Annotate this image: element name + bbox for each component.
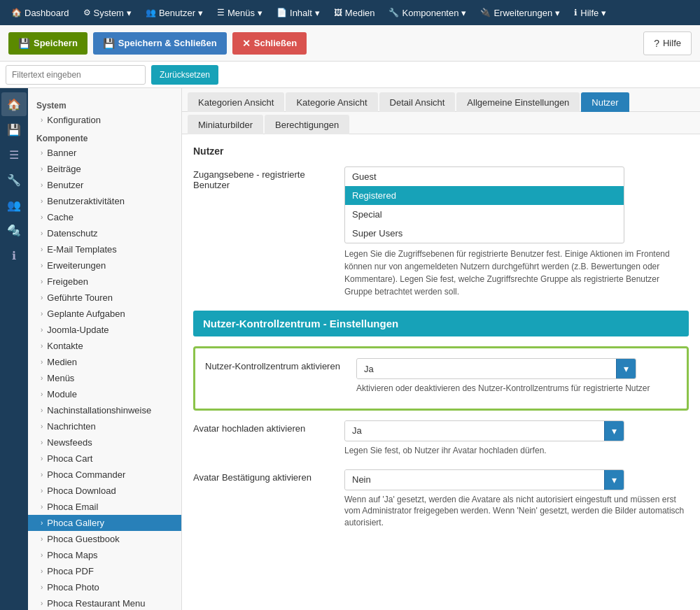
activate-form-row: Nutzer-Kontrollzentrum aktivieren Ja ▾ A… xyxy=(205,358,677,395)
sidebar-item-nachinstallationshinweise[interactable]: › Nachinstallationshinweise xyxy=(28,402,181,418)
nav-hilfe[interactable]: ℹ Hilfe ▾ xyxy=(568,5,612,21)
sidebar-item-phoca-pdf[interactable]: › Phoca PDF xyxy=(28,563,181,579)
sidebar-icon-info[interactable]: ℹ xyxy=(1,243,27,267)
sidebar-item-konfiguration[interactable]: › Konfiguration xyxy=(28,112,181,128)
sidebar-item-newsfeeds[interactable]: › Newsfeeds xyxy=(28,434,181,451)
sidebar-item-phoca-cart[interactable]: › Phoca Cart xyxy=(28,451,181,467)
access-option-super-users[interactable]: Super Users xyxy=(345,224,624,243)
help-icon: ? xyxy=(654,38,659,49)
sidebar-item-gefuehrte-touren[interactable]: › Geführte Touren xyxy=(28,290,181,306)
activate-dropdown[interactable]: Ja ▾ xyxy=(356,358,636,379)
sidebar-icon-wrench[interactable]: 🔩 xyxy=(1,218,27,242)
sidebar-item-phoca-maps[interactable]: › Phoca Maps xyxy=(28,547,181,563)
tab-miniaturbilder[interactable]: Miniaturbilder xyxy=(188,115,263,134)
sidebar-item-menus[interactable]: › Menüs xyxy=(28,370,181,386)
sidebar-item-benutzeraktivitaeten[interactable]: › Benutzeraktivitäten xyxy=(28,193,181,209)
sidebar-item-phoca-guestbook[interactable]: › Phoca Guestbook xyxy=(28,531,181,547)
chevron-icon: › xyxy=(41,551,43,559)
sidebar-item-phoca-photo[interactable]: › Phoca Photo xyxy=(28,579,181,595)
nav-medien[interactable]: 🖼 Medien xyxy=(328,5,381,21)
sidebar-item-phoca-download[interactable]: › Phoca Download xyxy=(28,483,181,499)
nav-komponenten[interactable]: 🔧 Komponenten ▾ xyxy=(383,5,472,21)
sidebar-icon-users[interactable]: 👥 xyxy=(1,193,27,217)
sidebar-item-module[interactable]: › Module xyxy=(28,386,181,402)
sidebar-icon-puzzle[interactable]: 🔧 xyxy=(1,168,27,192)
avatar-confirm-value: Nein xyxy=(345,470,604,489)
sidebar-item-email-templates[interactable]: › E-Mail Templates xyxy=(28,241,181,257)
nav-system[interactable]: ⚙ System ▾ xyxy=(78,5,137,21)
sidebar-item-joomla-update[interactable]: › Joomla-Update xyxy=(28,322,181,338)
sidebar-item-datenschutz[interactable]: › Datenschutz xyxy=(28,225,181,241)
sidebar-item-benutzer[interactable]: › Benutzer xyxy=(28,177,181,193)
sidebar-item-phoca-email[interactable]: › Phoca Email xyxy=(28,499,181,515)
sidebar-item-medien[interactable]: › Medien xyxy=(28,354,181,370)
avatar-confirm-control: Nein ▾ Wenn auf 'Ja' gesetzt, werden die… xyxy=(344,469,689,529)
tab-detail-ansicht[interactable]: Detail Ansicht xyxy=(379,92,456,112)
sidebar-item-phoca-commander[interactable]: › Phoca Commander xyxy=(28,467,181,483)
menus-icon: ☰ xyxy=(217,8,225,17)
activate-highlighted-box: Nutzer-Kontrollzentrum aktivieren Ja ▾ A… xyxy=(193,346,689,411)
nav-erweiterungen[interactable]: 🔌 Erweiterungen ▾ xyxy=(475,5,566,21)
nav-inhalt[interactable]: 📄 Inhalt ▾ xyxy=(271,5,326,21)
tab-berechtigungen[interactable]: Berechtigungen xyxy=(265,115,349,134)
sidebar-item-beitraege[interactable]: › Beiträge xyxy=(28,161,181,177)
avatar-confirm-dropdown-btn[interactable]: ▾ xyxy=(604,470,624,490)
sidebar-icon-home[interactable]: 🏠 xyxy=(1,92,27,116)
filter-input[interactable] xyxy=(6,65,146,85)
access-option-registered[interactable]: Registered xyxy=(345,186,624,205)
main-layout: 🏠 💾 ☰ 🔧 👥 🔩 ℹ System › Konfiguration Kom… xyxy=(0,88,700,610)
close-x-icon: ✕ xyxy=(242,38,251,49)
chevron-icon: › xyxy=(41,374,43,382)
avatar-confirm-hint: Wenn auf 'Ja' gesetzt, werden die Avatar… xyxy=(344,494,689,529)
sidebar-item-phoca-restaurant-menu[interactable]: › Phoca Restaurant Menu xyxy=(28,595,181,610)
component-sidebar: System › Konfiguration Komponente › Bann… xyxy=(28,88,182,610)
chevron-icon: › xyxy=(41,229,43,237)
avatar-upload-dropdown[interactable]: Ja ▾ xyxy=(344,420,624,441)
chevron-icon: › xyxy=(41,165,43,173)
sidebar-item-phoca-gallery[interactable]: › Phoca Gallery xyxy=(28,515,181,531)
help-button[interactable]: ? Hilfe xyxy=(643,31,692,55)
tab-allgemeine-einstellungen[interactable]: Allgemeine Einstellungen xyxy=(456,92,580,112)
chevron-icon: › xyxy=(41,213,43,221)
access-option-special[interactable]: Special xyxy=(345,205,624,224)
nav-benutzer[interactable]: 👥 Benutzer ▾ xyxy=(140,5,209,21)
sidebar-item-erweiterungen[interactable]: › Erweiterungen xyxy=(28,257,181,274)
tab-kategorie-ansicht[interactable]: Kategorie Ansicht xyxy=(286,92,377,112)
chevron-icon: › xyxy=(41,342,43,350)
tabs-row2: Miniaturbilder Berechtigungen xyxy=(182,112,700,134)
save-button[interactable]: 💾 Speichern xyxy=(8,32,88,55)
access-option-guest[interactable]: Guest xyxy=(345,167,624,186)
nav-menus[interactable]: ☰ Menüs ▾ xyxy=(211,5,268,21)
chevron-icon: › xyxy=(41,262,43,269)
sidebar-item-nachrichten[interactable]: › Nachrichten xyxy=(28,418,181,434)
access-select-list[interactable]: Guest Registered Special Super Users xyxy=(344,166,624,243)
chevron-icon: › xyxy=(41,310,43,318)
chevron-icon: › xyxy=(41,181,43,189)
benutzer-icon: 👥 xyxy=(146,8,156,17)
chevron-icon: › xyxy=(41,503,43,511)
chevron-icon: › xyxy=(41,423,43,430)
komponenten-icon: 🔧 xyxy=(388,8,399,17)
tab-nutzer[interactable]: Nutzer xyxy=(581,92,629,112)
chevron-icon: › xyxy=(41,358,43,366)
sidebar-item-banner[interactable]: › Banner xyxy=(28,145,181,161)
chevron-icon: › xyxy=(41,326,43,334)
sidebar-item-kontakte[interactable]: › Kontakte xyxy=(28,338,181,354)
tab-kategorien-ansicht[interactable]: Kategorien Ansicht xyxy=(188,92,284,112)
chevron-icon: › xyxy=(41,567,43,575)
activate-dropdown-btn[interactable]: ▾ xyxy=(616,359,636,378)
chevron-icon: › xyxy=(41,455,43,462)
sidebar-icon-save[interactable]: 💾 xyxy=(1,118,27,141)
avatar-confirm-dropdown[interactable]: Nein ▾ xyxy=(344,469,624,490)
sidebar-item-cache[interactable]: › Cache xyxy=(28,209,181,225)
sidebar-item-geplante-aufgaben[interactable]: › Geplante Aufgaben xyxy=(28,306,181,322)
avatar-upload-dropdown-btn[interactable]: ▾ xyxy=(604,421,624,441)
nav-dashboard[interactable]: 🏠 Dashboard xyxy=(6,5,75,21)
save-close-button[interactable]: 💾 Speichern & Schließen xyxy=(93,32,227,55)
reset-button[interactable]: Zurücksetzen xyxy=(151,65,218,85)
sidebar-item-freigeben[interactable]: › Freigeben xyxy=(28,274,181,290)
sidebar-icon-list[interactable]: ☰ xyxy=(1,143,27,166)
chevron-icon: › xyxy=(41,116,43,124)
component-section-title: Komponente xyxy=(28,131,181,145)
close-button[interactable]: ✕ Schließen xyxy=(232,32,307,55)
